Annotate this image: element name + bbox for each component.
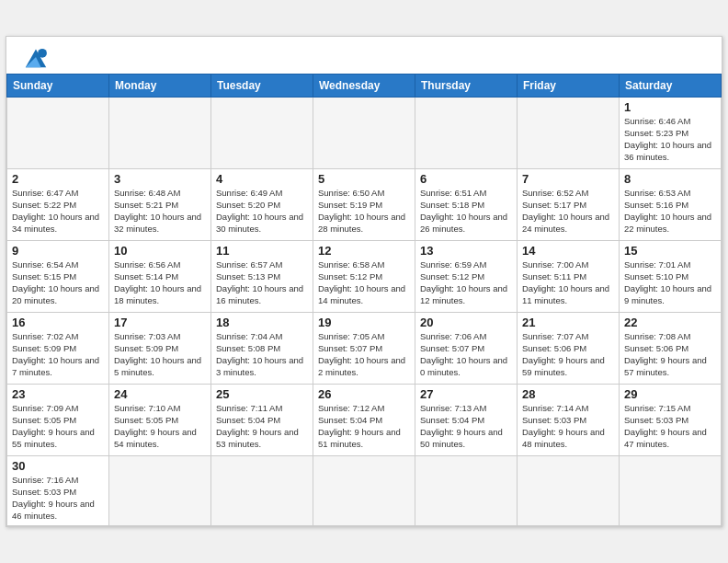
- calendar-day-17: 12Sunrise: 6:58 AM Sunset: 5:12 PM Dayli…: [313, 241, 415, 313]
- calendar-day-13: 8Sunrise: 6:53 AM Sunset: 5:16 PM Daylig…: [620, 169, 722, 241]
- day-number: 30: [12, 459, 104, 473]
- day-info: Sunrise: 7:06 AM Sunset: 5:07 PM Dayligh…: [420, 331, 512, 378]
- logo: [21, 44, 52, 70]
- day-info: Sunrise: 7:05 AM Sunset: 5:07 PM Dayligh…: [318, 331, 410, 378]
- day-number: 27: [420, 387, 512, 401]
- weekday-header-saturday: Saturday: [620, 75, 722, 98]
- calendar-day-16: 11Sunrise: 6:57 AM Sunset: 5:13 PM Dayli…: [211, 241, 313, 313]
- day-number: 28: [522, 387, 614, 401]
- calendar-day-31: 26Sunrise: 7:12 AM Sunset: 5:04 PM Dayli…: [313, 385, 415, 456]
- calendar-day-25: 20Sunrise: 7:06 AM Sunset: 5:07 PM Dayli…: [415, 313, 518, 385]
- day-number: 14: [522, 244, 614, 258]
- calendar-row-1: 2Sunrise: 6:47 AM Sunset: 5:22 PM Daylig…: [7, 169, 722, 241]
- day-info: Sunrise: 6:54 AM Sunset: 5:15 PM Dayligh…: [12, 259, 104, 306]
- weekday-header-tuesday: Tuesday: [211, 75, 313, 98]
- calendar-day-19: 14Sunrise: 7:00 AM Sunset: 5:11 PM Dayli…: [518, 241, 620, 313]
- svg-point-2: [38, 49, 47, 58]
- day-info: Sunrise: 7:04 AM Sunset: 5:08 PM Dayligh…: [216, 331, 308, 378]
- day-number: 8: [624, 172, 716, 186]
- calendar-day-29: 24Sunrise: 7:10 AM Sunset: 5:05 PM Dayli…: [109, 385, 211, 456]
- day-number: 22: [624, 316, 716, 329]
- calendar-header: [6, 37, 722, 74]
- calendar-day-5: [518, 98, 620, 169]
- calendar-row-0: 1Sunrise: 6:46 AM Sunset: 5:23 PM Daylig…: [7, 98, 722, 169]
- calendar-day-10: 5Sunrise: 6:50 AM Sunset: 5:19 PM Daylig…: [313, 169, 415, 241]
- calendar-day-8: 3Sunrise: 6:48 AM Sunset: 5:21 PM Daylig…: [109, 169, 211, 241]
- day-info: Sunrise: 6:50 AM Sunset: 5:19 PM Dayligh…: [318, 188, 410, 235]
- day-number: 4: [216, 172, 308, 186]
- day-info: Sunrise: 7:08 AM Sunset: 5:06 PM Dayligh…: [624, 331, 716, 378]
- day-number: 1: [624, 100, 716, 114]
- calendar-container: SundayMondayTuesdayWednesdayThursdayFrid…: [6, 36, 722, 526]
- day-number: 9: [12, 244, 104, 258]
- day-number: 13: [420, 244, 512, 258]
- day-info: Sunrise: 6:49 AM Sunset: 5:20 PM Dayligh…: [216, 188, 308, 235]
- day-number: 24: [114, 387, 206, 401]
- calendar-day-7: 2Sunrise: 6:47 AM Sunset: 5:22 PM Daylig…: [7, 169, 109, 241]
- calendar-day-32: 27Sunrise: 7:13 AM Sunset: 5:04 PM Dayli…: [415, 385, 518, 456]
- day-info: Sunrise: 7:16 AM Sunset: 5:03 PM Dayligh…: [12, 475, 104, 522]
- day-info: Sunrise: 6:58 AM Sunset: 5:12 PM Dayligh…: [318, 259, 410, 306]
- calendar-day-39: [415, 456, 518, 525]
- generalblue-logo-icon: [23, 44, 49, 70]
- day-number: 15: [624, 244, 716, 258]
- calendar-day-28: 23Sunrise: 7:09 AM Sunset: 5:05 PM Dayli…: [7, 385, 109, 456]
- day-info: Sunrise: 7:07 AM Sunset: 5:06 PM Dayligh…: [522, 331, 614, 378]
- day-info: Sunrise: 7:10 AM Sunset: 5:05 PM Dayligh…: [114, 403, 206, 450]
- day-number: 11: [216, 244, 308, 258]
- calendar-day-20: 15Sunrise: 7:01 AM Sunset: 5:10 PM Dayli…: [620, 241, 722, 313]
- weekday-header-sunday: Sunday: [7, 75, 109, 98]
- day-number: 16: [12, 316, 104, 329]
- day-info: Sunrise: 6:46 AM Sunset: 5:23 PM Dayligh…: [624, 116, 716, 163]
- day-number: 19: [318, 316, 410, 329]
- calendar-day-24: 19Sunrise: 7:05 AM Sunset: 5:07 PM Dayli…: [313, 313, 415, 385]
- calendar-day-4: [415, 98, 518, 169]
- day-number: 21: [522, 316, 614, 329]
- calendar-day-14: 9Sunrise: 6:54 AM Sunset: 5:15 PM Daylig…: [7, 241, 109, 313]
- calendar-day-35: 30Sunrise: 7:16 AM Sunset: 5:03 PM Dayli…: [7, 456, 109, 525]
- day-number: 20: [420, 316, 512, 329]
- calendar-day-18: 13Sunrise: 6:59 AM Sunset: 5:12 PM Dayli…: [415, 241, 518, 313]
- day-info: Sunrise: 7:03 AM Sunset: 5:09 PM Dayligh…: [114, 331, 206, 378]
- calendar-day-2: [211, 98, 313, 169]
- day-info: Sunrise: 7:14 AM Sunset: 5:03 PM Dayligh…: [522, 403, 614, 450]
- day-info: Sunrise: 6:57 AM Sunset: 5:13 PM Dayligh…: [216, 259, 308, 306]
- day-info: Sunrise: 7:13 AM Sunset: 5:04 PM Dayligh…: [420, 403, 512, 450]
- day-info: Sunrise: 7:02 AM Sunset: 5:09 PM Dayligh…: [12, 331, 104, 378]
- day-info: Sunrise: 7:11 AM Sunset: 5:04 PM Dayligh…: [216, 403, 308, 450]
- day-number: 3: [114, 172, 206, 186]
- weekday-header-friday: Friday: [518, 75, 620, 98]
- calendar-day-36: [109, 456, 211, 525]
- day-info: Sunrise: 7:00 AM Sunset: 5:11 PM Dayligh…: [522, 259, 614, 306]
- weekday-header-thursday: Thursday: [415, 75, 518, 98]
- calendar-day-0: [7, 98, 109, 169]
- calendar-day-1: [109, 98, 211, 169]
- day-number: 6: [420, 172, 512, 186]
- day-number: 2: [12, 172, 104, 186]
- calendar-day-26: 21Sunrise: 7:07 AM Sunset: 5:06 PM Dayli…: [518, 313, 620, 385]
- calendar-day-38: [313, 456, 415, 525]
- calendar-row-2: 9Sunrise: 6:54 AM Sunset: 5:15 PM Daylig…: [7, 241, 722, 313]
- day-info: Sunrise: 6:48 AM Sunset: 5:21 PM Dayligh…: [114, 188, 206, 235]
- calendar-row-4: 23Sunrise: 7:09 AM Sunset: 5:05 PM Dayli…: [7, 385, 722, 456]
- day-info: Sunrise: 6:53 AM Sunset: 5:16 PM Dayligh…: [624, 188, 716, 235]
- day-info: Sunrise: 7:12 AM Sunset: 5:04 PM Dayligh…: [318, 403, 410, 450]
- calendar-day-27: 22Sunrise: 7:08 AM Sunset: 5:06 PM Dayli…: [620, 313, 722, 385]
- day-number: 18: [216, 316, 308, 329]
- day-number: 7: [522, 172, 614, 186]
- day-number: 29: [624, 387, 716, 401]
- weekday-header-monday: Monday: [109, 75, 211, 98]
- calendar-day-23: 18Sunrise: 7:04 AM Sunset: 5:08 PM Dayli…: [211, 313, 313, 385]
- calendar-day-12: 7Sunrise: 6:52 AM Sunset: 5:17 PM Daylig…: [518, 169, 620, 241]
- day-number: 25: [216, 387, 308, 401]
- weekday-header-row: SundayMondayTuesdayWednesdayThursdayFrid…: [7, 75, 722, 98]
- day-info: Sunrise: 7:01 AM Sunset: 5:10 PM Dayligh…: [624, 259, 716, 306]
- calendar-day-9: 4Sunrise: 6:49 AM Sunset: 5:20 PM Daylig…: [211, 169, 313, 241]
- day-info: Sunrise: 6:52 AM Sunset: 5:17 PM Dayligh…: [522, 188, 614, 235]
- calendar-day-11: 6Sunrise: 6:51 AM Sunset: 5:18 PM Daylig…: [415, 169, 518, 241]
- day-number: 10: [114, 244, 206, 258]
- calendar-table: SundayMondayTuesdayWednesdayThursdayFrid…: [6, 74, 722, 525]
- day-number: 17: [114, 316, 206, 329]
- day-info: Sunrise: 6:56 AM Sunset: 5:14 PM Dayligh…: [114, 259, 206, 306]
- calendar-day-6: 1Sunrise: 6:46 AM Sunset: 5:23 PM Daylig…: [620, 98, 722, 169]
